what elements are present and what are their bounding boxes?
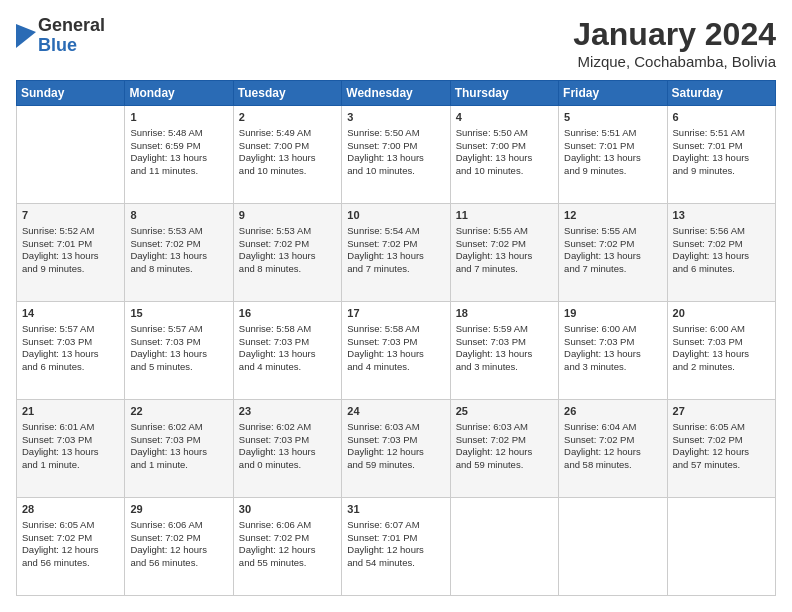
logo-general: General (38, 16, 105, 36)
day-info: Sunrise: 5:52 AM (22, 225, 119, 238)
location: Mizque, Cochabamba, Bolivia (573, 53, 776, 70)
day-info: and 9 minutes. (22, 263, 119, 276)
day-number: 30 (239, 502, 336, 517)
day-info: Sunset: 7:01 PM (564, 140, 661, 153)
day-info: Sunrise: 6:02 AM (130, 421, 227, 434)
day-number: 31 (347, 502, 444, 517)
day-info: Sunset: 7:01 PM (347, 532, 444, 545)
day-info: Daylight: 13 hours (456, 250, 553, 263)
day-info: and 9 minutes. (564, 165, 661, 178)
day-info: Daylight: 12 hours (347, 544, 444, 557)
day-info: and 57 minutes. (673, 459, 770, 472)
day-info: Daylight: 13 hours (347, 152, 444, 165)
day-info: Sunrise: 5:51 AM (564, 127, 661, 140)
table-row: 29Sunrise: 6:06 AMSunset: 7:02 PMDayligh… (125, 498, 233, 596)
day-info: Daylight: 13 hours (130, 250, 227, 263)
day-info: Sunset: 7:03 PM (456, 336, 553, 349)
day-info: Daylight: 13 hours (130, 348, 227, 361)
day-info: Sunset: 7:00 PM (456, 140, 553, 153)
day-info: Sunset: 7:02 PM (22, 532, 119, 545)
table-row: 9Sunrise: 5:53 AMSunset: 7:02 PMDaylight… (233, 204, 341, 302)
day-number: 3 (347, 110, 444, 125)
day-info: and 5 minutes. (130, 361, 227, 374)
day-info: Sunrise: 6:04 AM (564, 421, 661, 434)
day-info: Daylight: 13 hours (239, 152, 336, 165)
day-info: Sunset: 7:03 PM (22, 336, 119, 349)
table-row: 6Sunrise: 5:51 AMSunset: 7:01 PMDaylight… (667, 106, 775, 204)
day-info: and 54 minutes. (347, 557, 444, 570)
day-info: and 7 minutes. (347, 263, 444, 276)
day-number: 25 (456, 404, 553, 419)
day-info: Sunrise: 6:00 AM (564, 323, 661, 336)
day-info: Sunset: 7:02 PM (564, 434, 661, 447)
day-info: Daylight: 12 hours (239, 544, 336, 557)
table-row: 16Sunrise: 5:58 AMSunset: 7:03 PMDayligh… (233, 302, 341, 400)
day-info: Sunrise: 5:56 AM (673, 225, 770, 238)
day-info: Sunrise: 5:54 AM (347, 225, 444, 238)
table-row: 3Sunrise: 5:50 AMSunset: 7:00 PMDaylight… (342, 106, 450, 204)
day-info: and 3 minutes. (456, 361, 553, 374)
logo-text: General Blue (38, 16, 105, 56)
calendar-week-row: 14Sunrise: 5:57 AMSunset: 7:03 PMDayligh… (17, 302, 776, 400)
day-number: 9 (239, 208, 336, 223)
col-sunday: Sunday (17, 81, 125, 106)
table-row: 14Sunrise: 5:57 AMSunset: 7:03 PMDayligh… (17, 302, 125, 400)
day-info: Sunset: 7:03 PM (130, 434, 227, 447)
day-info: Daylight: 13 hours (239, 348, 336, 361)
logo-blue: Blue (38, 36, 105, 56)
table-row: 27Sunrise: 6:05 AMSunset: 7:02 PMDayligh… (667, 400, 775, 498)
day-number: 7 (22, 208, 119, 223)
day-number: 4 (456, 110, 553, 125)
day-number: 29 (130, 502, 227, 517)
day-info: Daylight: 12 hours (130, 544, 227, 557)
day-number: 18 (456, 306, 553, 321)
day-info: and 11 minutes. (130, 165, 227, 178)
day-info: and 59 minutes. (456, 459, 553, 472)
day-info: Sunset: 7:02 PM (673, 434, 770, 447)
calendar-header-row: Sunday Monday Tuesday Wednesday Thursday… (17, 81, 776, 106)
day-info: Daylight: 12 hours (347, 446, 444, 459)
day-info: Sunset: 7:03 PM (347, 434, 444, 447)
day-info: Sunrise: 5:50 AM (456, 127, 553, 140)
day-number: 15 (130, 306, 227, 321)
day-info: Sunset: 7:01 PM (673, 140, 770, 153)
month-title: January 2024 (573, 16, 776, 53)
table-row: 30Sunrise: 6:06 AMSunset: 7:02 PMDayligh… (233, 498, 341, 596)
col-monday: Monday (125, 81, 233, 106)
day-number: 23 (239, 404, 336, 419)
day-info: Sunset: 7:02 PM (456, 434, 553, 447)
day-info: Sunrise: 6:03 AM (456, 421, 553, 434)
table-row: 4Sunrise: 5:50 AMSunset: 7:00 PMDaylight… (450, 106, 558, 204)
day-number: 24 (347, 404, 444, 419)
day-info: Sunrise: 5:49 AM (239, 127, 336, 140)
day-info: Sunrise: 5:51 AM (673, 127, 770, 140)
day-info: and 0 minutes. (239, 459, 336, 472)
day-info: Daylight: 13 hours (564, 250, 661, 263)
col-saturday: Saturday (667, 81, 775, 106)
table-row: 18Sunrise: 5:59 AMSunset: 7:03 PMDayligh… (450, 302, 558, 400)
day-info: Sunrise: 5:53 AM (130, 225, 227, 238)
day-number: 5 (564, 110, 661, 125)
day-info: Sunrise: 6:06 AM (239, 519, 336, 532)
table-row: 7Sunrise: 5:52 AMSunset: 7:01 PMDaylight… (17, 204, 125, 302)
day-info: Daylight: 13 hours (130, 446, 227, 459)
calendar-week-row: 1Sunrise: 5:48 AMSunset: 6:59 PMDaylight… (17, 106, 776, 204)
day-number: 26 (564, 404, 661, 419)
day-info: Sunset: 7:03 PM (673, 336, 770, 349)
day-info: and 10 minutes. (347, 165, 444, 178)
day-info: Daylight: 12 hours (456, 446, 553, 459)
table-row: 21Sunrise: 6:01 AMSunset: 7:03 PMDayligh… (17, 400, 125, 498)
table-row: 28Sunrise: 6:05 AMSunset: 7:02 PMDayligh… (17, 498, 125, 596)
day-info: and 4 minutes. (347, 361, 444, 374)
day-info: Sunset: 7:03 PM (564, 336, 661, 349)
day-info: Sunrise: 5:48 AM (130, 127, 227, 140)
day-info: Daylight: 12 hours (564, 446, 661, 459)
day-info: and 10 minutes. (239, 165, 336, 178)
table-row (17, 106, 125, 204)
day-info: and 8 minutes. (130, 263, 227, 276)
day-info: Daylight: 13 hours (22, 446, 119, 459)
day-info: Sunset: 7:02 PM (239, 532, 336, 545)
col-friday: Friday (559, 81, 667, 106)
day-info: Sunrise: 5:55 AM (564, 225, 661, 238)
day-info: Daylight: 13 hours (673, 152, 770, 165)
